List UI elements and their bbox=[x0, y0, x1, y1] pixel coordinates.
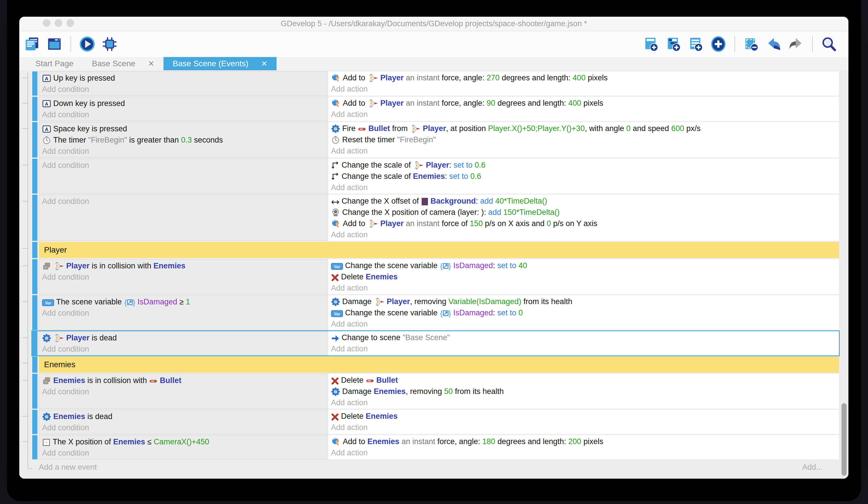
play-button[interactable] bbox=[79, 36, 95, 52]
zoom-button[interactable] bbox=[66, 19, 74, 27]
add-condition-button[interactable]: Add condition bbox=[42, 272, 328, 283]
event-color-bar[interactable] bbox=[32, 71, 38, 95]
background-icon bbox=[421, 195, 428, 207]
action-line[interactable]: Change the X offset of Background: add 4… bbox=[331, 195, 839, 207]
add-subevent-button[interactable] bbox=[665, 36, 682, 52]
fire-bullet-icon: G bbox=[331, 123, 340, 134]
add-circle-button[interactable] bbox=[710, 36, 726, 52]
action-line[interactable]: GDamage Player, removing Variable(IsDama… bbox=[331, 296, 839, 307]
add-more-button[interactable]: Add... bbox=[802, 463, 823, 472]
player-icon bbox=[368, 98, 379, 109]
undo-button[interactable] bbox=[766, 36, 782, 52]
action-line[interactable]: Add to Player an instant force, angle: 9… bbox=[331, 98, 839, 109]
group-header-enemies[interactable]: Enemies bbox=[39, 356, 839, 373]
action-line[interactable]: Add to Enemies an instant force, angle: … bbox=[331, 436, 839, 447]
vertical-scrollbar[interactable] bbox=[841, 403, 847, 476]
text-segment: Background bbox=[431, 197, 476, 205]
text-segment: Enemies bbox=[113, 437, 145, 446]
add-new-event-button[interactable]: Add a new event bbox=[39, 463, 97, 472]
event-color-bar[interactable] bbox=[32, 122, 38, 158]
redo-button[interactable] bbox=[788, 36, 804, 52]
event-tree-tick bbox=[22, 416, 28, 416]
minimize-button[interactable] bbox=[55, 19, 62, 27]
condition-line[interactable]: Enemies is in collision with Bullet bbox=[42, 375, 328, 386]
action-line[interactable]: Reset the timer "FireBegin" bbox=[331, 134, 839, 145]
action-line[interactable]: Change to scene "Base Scene" bbox=[331, 332, 839, 343]
action-line[interactable]: Add to Player an instant force of 150 p/… bbox=[331, 218, 839, 229]
event-color-bar[interactable] bbox=[32, 295, 38, 330]
add-condition-button[interactable]: Add condition bbox=[42, 386, 328, 397]
add-comment-button[interactable] bbox=[688, 36, 704, 52]
add-action-button[interactable]: Add action bbox=[331, 343, 839, 354]
add-event-button[interactable] bbox=[643, 36, 659, 52]
action-line[interactable]: Change the X position of camera (layer: … bbox=[331, 207, 839, 218]
action-line[interactable]: VarChange the scene variable {}IsDamaged… bbox=[331, 260, 839, 271]
event-color-bar[interactable] bbox=[32, 242, 38, 258]
action-line[interactable]: Change the scale of Enemies: set to 0.6 bbox=[331, 171, 839, 182]
event-cells: Add conditionChange the X offset of Back… bbox=[39, 195, 839, 241]
add-action-button[interactable]: Add action bbox=[331, 109, 839, 120]
actions-cell: Change to scene "Base Scene"Add action bbox=[328, 331, 839, 355]
tab-base-scene[interactable]: Base Scene✕ bbox=[83, 57, 164, 70]
tab-base-scene-events-[interactable]: Base Scene (Events)✕ bbox=[164, 57, 277, 70]
condition-line[interactable]: ASpace key is pressed bbox=[42, 123, 328, 134]
event-color-bar[interactable] bbox=[32, 195, 38, 241]
condition-line[interactable]: The X position of Enemies ≤ CameraX()+45… bbox=[42, 436, 328, 447]
event-color-bar[interactable] bbox=[32, 259, 38, 294]
condition-line[interactable]: VarThe scene variable {}IsDamaged ≥ 1 bbox=[42, 296, 328, 308]
event-color-bar[interactable] bbox=[32, 435, 38, 460]
add-action-button[interactable]: Add action bbox=[331, 319, 839, 330]
condition-line[interactable]: AUp key is pressed bbox=[42, 73, 328, 84]
debug-button[interactable] bbox=[102, 36, 118, 52]
event-color-bar[interactable] bbox=[32, 374, 38, 409]
tab-close-icon[interactable]: ✕ bbox=[148, 59, 154, 68]
event-color-bar[interactable] bbox=[32, 410, 38, 434]
add-condition-button[interactable]: Add condition bbox=[42, 308, 328, 319]
event-color-bar[interactable] bbox=[32, 356, 38, 373]
condition-line[interactable]: GPlayer is dead bbox=[42, 332, 328, 344]
action-line[interactable]: Change the scale of Player: set to 0.6 bbox=[331, 160, 839, 171]
add-action-button[interactable]: Add action bbox=[331, 283, 839, 294]
event-tree-tick bbox=[22, 302, 28, 302]
condition-line[interactable]: GEnemies is dead bbox=[42, 411, 328, 422]
add-action-button[interactable]: Add action bbox=[331, 145, 839, 157]
remove-selection-button[interactable] bbox=[743, 36, 759, 52]
add-condition-button[interactable]: Add condition bbox=[42, 84, 328, 95]
add-action-button[interactable]: Add action bbox=[331, 229, 839, 241]
action-line[interactable]: Delete Bullet bbox=[331, 375, 839, 386]
action-line[interactable]: VarChange the scene variable {}IsDamaged… bbox=[331, 307, 839, 319]
condition-line[interactable]: The timer "FireBegin" is greater than 0.… bbox=[42, 134, 328, 146]
text-segment: Enemies bbox=[374, 387, 406, 396]
event-color-bar[interactable] bbox=[32, 159, 38, 193]
add-condition-button[interactable]: Add condition bbox=[42, 109, 328, 120]
action-line[interactable]: Delete Enemies bbox=[331, 411, 839, 422]
add-condition-button[interactable]: Add condition bbox=[42, 422, 328, 433]
project-manager-button[interactable] bbox=[24, 36, 40, 52]
text-segment: 1 bbox=[186, 298, 190, 306]
group-header-player[interactable]: Player bbox=[39, 242, 839, 258]
tab-close-icon[interactable]: ✕ bbox=[261, 59, 267, 68]
event-color-bar[interactable] bbox=[32, 97, 38, 121]
text-segment: Reset the timer bbox=[342, 135, 397, 144]
action-line[interactable]: Add to Player an instant force, angle: 2… bbox=[331, 72, 839, 83]
condition-line[interactable]: Player is in collision with Enemies bbox=[42, 260, 328, 272]
add-action-button[interactable]: Add action bbox=[331, 422, 839, 433]
tab-start-page[interactable]: Start Page bbox=[26, 57, 83, 70]
condition-line[interactable]: ADown key is pressed bbox=[42, 98, 328, 109]
add-condition-button[interactable]: Add condition bbox=[42, 447, 328, 459]
search-button[interactable] bbox=[821, 36, 837, 52]
add-condition-button[interactable]: Add condition bbox=[42, 344, 328, 355]
scene-window-button[interactable] bbox=[46, 36, 62, 52]
add-condition-button[interactable]: Add condition bbox=[42, 160, 328, 171]
add-action-button[interactable]: Add action bbox=[331, 447, 839, 458]
action-line[interactable]: GDamage Enemies, removing 50 from its he… bbox=[331, 386, 839, 397]
action-line[interactable]: Delete Enemies bbox=[331, 271, 839, 283]
add-action-button[interactable]: Add action bbox=[331, 83, 839, 95]
add-condition-button[interactable]: Add condition bbox=[42, 196, 328, 207]
add-condition-button[interactable]: Add condition bbox=[42, 146, 328, 157]
add-action-button[interactable]: Add action bbox=[331, 182, 839, 193]
action-line[interactable]: GFire Bullet from Player, at position Pl… bbox=[331, 123, 839, 134]
event-color-bar[interactable] bbox=[32, 331, 38, 355]
close-button[interactable] bbox=[43, 19, 50, 27]
add-action-button[interactable]: Add action bbox=[331, 397, 839, 409]
